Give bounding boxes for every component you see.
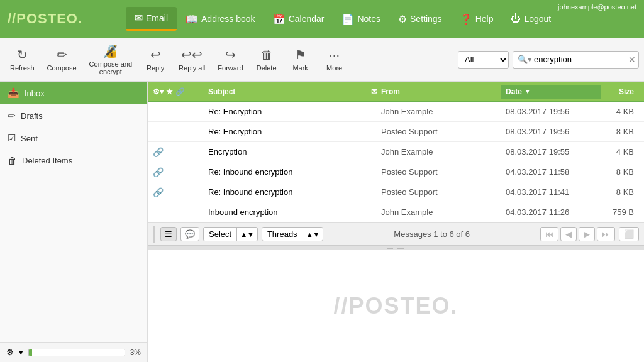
mark-button[interactable]: ⚑Mark	[285, 43, 316, 75]
row-from: John Example	[381, 107, 501, 116]
search-clear-icon[interactable]: ✕	[628, 55, 636, 65]
email-row[interactable]: Re: Encryption Posteo Support 08.03.2017…	[148, 122, 644, 142]
search-input[interactable]	[534, 55, 628, 64]
logout-nav-icon: ⏻	[511, 13, 521, 25]
threads-arrow[interactable]: ▲▼	[303, 229, 323, 240]
settings-icon[interactable]: ⚙	[6, 348, 14, 357]
col-date-header[interactable]: Date ▼	[501, 85, 601, 99]
row-subject: Re: Inbound encryption	[203, 187, 371, 197]
reply-label: Reply	[147, 64, 164, 72]
preview-view-btn[interactable]: 💬	[180, 227, 199, 241]
addressbook-nav-icon: 📖	[186, 13, 198, 25]
sidebar-items: 📥Inbox✏Drafts☑Sent🗑Deleted Items	[0, 82, 147, 172]
envelope-icon: ✉	[371, 87, 381, 96]
email-row[interactable]: 🔗 Encryption John Example 08.03.2017 19:…	[148, 142, 644, 162]
nav-item-settings[interactable]: ⚙Settings	[389, 8, 451, 30]
email-row[interactable]: Re: Encryption John Example 08.03.2017 1…	[148, 102, 644, 122]
row-size: 8 KB	[601, 187, 639, 197]
drag-divider[interactable]: — —	[148, 245, 644, 250]
email-row[interactable]: Inbound encryption John Example 04.03.20…	[148, 202, 644, 222]
storage-label: 3%	[130, 348, 141, 357]
pagination-info: Messages 1 to 6 of 6	[327, 229, 536, 239]
sidebar-item-drafts[interactable]: ✏Drafts	[0, 104, 147, 127]
email-row[interactable]: 🔗 Re: Inbound encryption Posteo Support …	[148, 182, 644, 202]
sidebar-item-sent[interactable]: ☑Sent	[0, 127, 147, 150]
nav-item-calendar[interactable]: 📅Calendar	[264, 8, 333, 30]
attach-col-icon[interactable]: 🔗	[175, 87, 185, 96]
reply-all-button[interactable]: ↩↩Reply all	[174, 43, 210, 75]
row-size: 8 KB	[601, 127, 639, 136]
row-from: John Example	[381, 207, 501, 217]
inbox-sidebar-icon: 📥	[8, 87, 19, 99]
row-date: 08.03.2017 19:56	[501, 127, 601, 136]
select-label[interactable]: Select	[204, 228, 237, 241]
email-row[interactable]: 🔗 Re: Inbound encryption Posteo Support …	[148, 162, 644, 182]
nav-item-email[interactable]: ✉Email	[126, 7, 177, 31]
email-nav-icon: ✉	[135, 12, 143, 24]
sidebar-item-deleted[interactable]: 🗑Deleted Items	[0, 150, 147, 172]
attachment-icon: 🔗	[153, 187, 164, 197]
calendar-nav-label: Calendar	[289, 14, 325, 24]
nav-item-help[interactable]: ❓Help	[451, 8, 502, 30]
delete-button[interactable]: 🗑Delete	[251, 44, 282, 75]
expand-btn[interactable]: ⬜	[619, 227, 639, 241]
refresh-icon: ↻	[17, 47, 28, 62]
refresh-button[interactable]: ↻Refresh	[5, 43, 40, 75]
col-size-header[interactable]: Size	[601, 87, 639, 96]
more-button[interactable]: ···More	[319, 44, 350, 75]
delete-icon: 🗑	[260, 48, 273, 62]
toolbar: ↻Refresh✏Compose🔏Compose andencrypt↩Repl…	[0, 38, 644, 82]
search-box: 🔍▾ ✕	[513, 51, 639, 69]
inbox-sidebar-label: Inbox	[25, 89, 45, 98]
sidebar-item-inbox[interactable]: 📥Inbox	[0, 82, 147, 104]
first-page-btn[interactable]: ⏮	[540, 227, 558, 241]
compose-label: Compose	[47, 64, 77, 72]
col-subject-header[interactable]: Subject	[203, 87, 371, 96]
settings-nav-icon: ⚙	[398, 13, 407, 25]
nav-item-addressbook[interactable]: 📖Address book	[177, 8, 264, 30]
sent-sidebar-label: Sent	[21, 134, 38, 143]
star-col-icon[interactable]: ★	[166, 87, 173, 96]
row-subject: Inbound encryption	[203, 207, 371, 217]
compose-icon: ✏	[57, 47, 67, 62]
storage-bar-fill	[29, 349, 32, 356]
topbar: //POSTEO. johnexample@posteo.net ✉Email📖…	[0, 0, 644, 38]
threads-label[interactable]: Threads	[262, 228, 303, 241]
drafts-sidebar-icon: ✏	[8, 110, 16, 121]
prev-page-btn[interactable]: ◀	[560, 227, 577, 241]
reply-icon: ↩	[150, 47, 161, 62]
list-view-btn[interactable]: ☰	[160, 227, 177, 241]
more-icon: ···	[329, 48, 340, 62]
resize-handle[interactable]	[153, 226, 155, 243]
row-subject: Encryption	[203, 147, 371, 156]
row-tools: 🔗	[153, 167, 203, 177]
row-subject: Re: Inbound encryption	[203, 167, 371, 177]
row-date: 04.03.2017 11:58	[501, 167, 601, 177]
page-nav: ⏮ ◀ ▶ ⏭	[540, 227, 615, 241]
compose-encrypt-button[interactable]: 🔏Compose andencrypt	[84, 40, 138, 79]
settings-col-icon[interactable]: ⚙▾	[153, 87, 164, 96]
pagination-bar: ☰ 💬 Select ▲▼ Threads ▲▼ Messages 1 to 6…	[148, 222, 644, 245]
settings-nav-label: Settings	[410, 14, 442, 24]
reply-button[interactable]: ↩Reply	[140, 43, 171, 75]
select-arrow[interactable]: ▲▼	[237, 229, 257, 240]
nav-item-logout[interactable]: ⏻Logout	[502, 8, 560, 30]
last-page-btn[interactable]: ⏭	[597, 227, 615, 241]
user-email: johnexample@posteo.net	[558, 3, 636, 11]
reply-all-icon: ↩↩	[181, 47, 203, 62]
row-size: 4 KB	[601, 107, 639, 116]
sidebar-footer: ⚙ ▾ 3%	[0, 342, 147, 362]
main: 📥Inbox✏Drafts☑Sent🗑Deleted Items ⚙ ▾ 3% …	[0, 82, 644, 362]
filter-select[interactable]: All Unread Read Flagged	[458, 51, 509, 69]
notes-nav-label: Notes	[357, 14, 380, 24]
row-from: John Example	[381, 147, 501, 156]
email-list-header: ⚙▾ ★ 🔗 Subject ✉ From Date ▼ Size	[148, 82, 644, 102]
forward-label: Forward	[218, 64, 243, 72]
forward-button[interactable]: ↪Forward	[213, 43, 248, 75]
mark-icon: ⚑	[295, 47, 306, 62]
col-from-header[interactable]: From	[381, 87, 501, 96]
next-page-btn[interactable]: ▶	[579, 227, 595, 241]
compose-button[interactable]: ✏Compose	[42, 43, 82, 75]
nav-item-notes[interactable]: 📄Notes	[333, 8, 389, 30]
compose-encrypt-label: Compose andencrypt	[89, 60, 133, 75]
